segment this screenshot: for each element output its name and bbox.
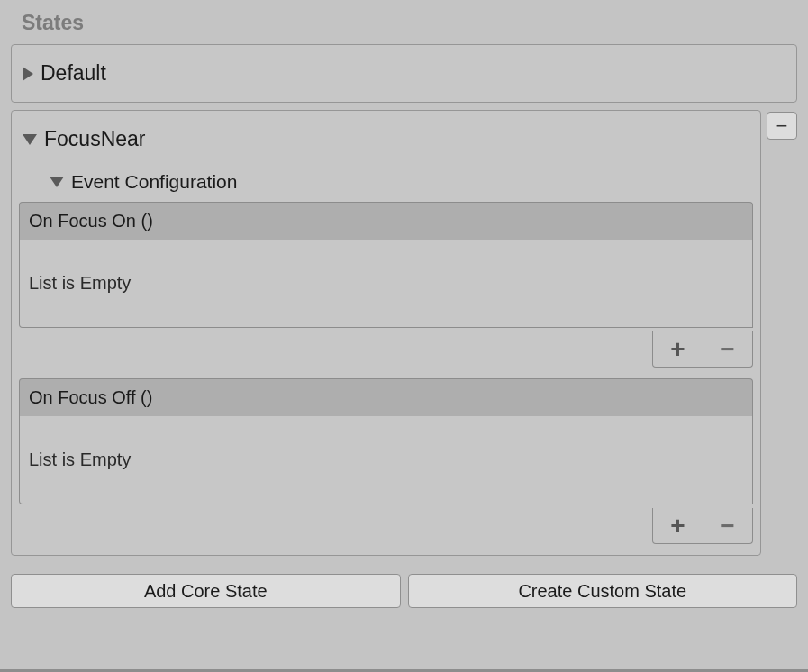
event-on-focus-on-footer: + − <box>19 331 753 368</box>
state-focusnear: FocusNear Event Configuration On Focus O… <box>11 110 761 556</box>
section-title: States <box>22 11 797 35</box>
empty-list-label: List is Empty <box>29 273 131 294</box>
event-configuration-header[interactable]: Event Configuration <box>12 168 760 202</box>
state-default-name: Default <box>41 61 106 86</box>
create-custom-state-button[interactable]: Create Custom State <box>408 574 798 608</box>
state-default: Default <box>11 44 797 103</box>
foldout-right-icon <box>23 67 33 81</box>
event-on-focus-off: On Focus Off () List is Empty <box>19 378 753 504</box>
event-on-focus-off-footer: + − <box>19 508 753 544</box>
event-on-focus-off-body: List is Empty <box>19 416 753 504</box>
state-focusnear-header[interactable]: FocusNear <box>12 111 760 168</box>
empty-list-label: List is Empty <box>29 450 131 470</box>
state-focusnear-row: FocusNear Event Configuration On Focus O… <box>11 110 797 556</box>
remove-state-button[interactable]: − <box>767 112 797 140</box>
footer-buttons: Add Core State Create Custom State <box>11 574 797 608</box>
plus-minus-group: + − <box>652 508 753 544</box>
plus-minus-group: + − <box>652 331 753 368</box>
add-listener-button[interactable]: + <box>660 513 696 540</box>
state-default-header[interactable]: Default <box>12 45 796 102</box>
state-focusnear-name: FocusNear <box>44 127 145 151</box>
event-configuration-title: Event Configuration <box>71 171 237 193</box>
event-on-focus-on: On Focus On () List is Empty <box>19 202 753 328</box>
remove-listener-button[interactable]: − <box>710 513 746 540</box>
add-listener-button[interactable]: + <box>660 336 696 363</box>
event-on-focus-on-body: List is Empty <box>19 240 753 328</box>
foldout-down-icon <box>50 177 64 187</box>
states-panel: States Default FocusNear Event Configura… <box>0 0 808 621</box>
remove-listener-button[interactable]: − <box>710 336 746 363</box>
foldout-down-icon <box>23 134 37 145</box>
add-core-state-button[interactable]: Add Core State <box>11 574 401 608</box>
event-on-focus-on-title: On Focus On () <box>19 202 753 240</box>
event-on-focus-off-title: On Focus Off () <box>19 378 753 416</box>
